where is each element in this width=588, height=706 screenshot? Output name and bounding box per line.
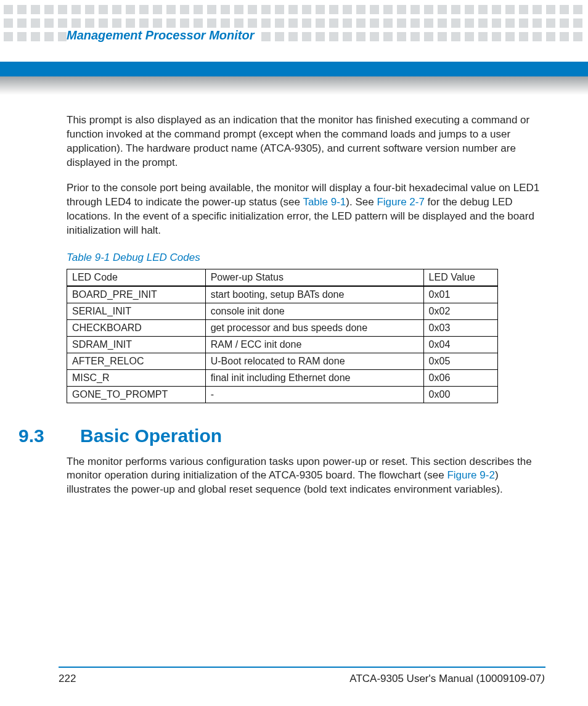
th-led-code: LED Code [67, 269, 206, 286]
table-cell: get processor and bus speeds done [205, 319, 423, 336]
paragraph-2: Prior to the console port being availabl… [67, 181, 544, 238]
footer-rule [59, 667, 545, 668]
table-row: CHECKBOARDget processor and bus speeds d… [67, 319, 498, 336]
xref-table-9-1[interactable]: Table 9-1 [303, 196, 346, 208]
paragraph-2-text-b: ). See [346, 196, 377, 208]
table-cell: SERIAL_INIT [67, 303, 206, 319]
xref-figure-9-2[interactable]: Figure 9-2 [447, 469, 494, 481]
table-cell: SDRAM_INIT [67, 336, 206, 353]
table-cell: - [205, 386, 423, 403]
section-paragraph-1: The monitor performs various configurati… [67, 455, 544, 498]
running-head: Management Processor Monitor [67, 28, 259, 43]
table-cell: RAM / ECC init done [205, 336, 423, 353]
table-cell: 0x04 [423, 336, 497, 353]
debug-led-table: LED Code Power-up Status LED Value BOARD… [67, 269, 498, 403]
table-cell: AFTER_RELOC [67, 353, 206, 369]
footer-manual-id: ATCA-9305 User's Manual (10009109-07) [349, 673, 545, 685]
table-caption: Table 9-1 Debug LED Codes [67, 252, 544, 264]
table-cell: GONE_TO_PROMPT [67, 386, 206, 403]
xref-figure-2-7[interactable]: Figure 2-7 [377, 196, 424, 208]
paragraph-1: This prompt is also displayed as an indi… [67, 113, 544, 170]
table-cell: BOARD_PRE_INIT [67, 286, 206, 303]
header-grey-gradient [0, 76, 588, 95]
table-cell: 0x06 [423, 369, 497, 386]
table-row: SDRAM_INITRAM / ECC init done0x04 [67, 336, 498, 353]
table-cell: 0x01 [423, 286, 497, 303]
th-led-value: LED Value [423, 269, 497, 286]
table-cell: console init done [205, 303, 423, 319]
table-cell: 0x00 [423, 386, 497, 403]
table-header-row: LED Code Power-up Status LED Value [67, 269, 498, 286]
section-title: Basic Operation [80, 425, 222, 446]
table-cell: U-Boot relocated to RAM done [205, 353, 423, 369]
table-row: AFTER_RELOCU-Boot relocated to RAM done0… [67, 353, 498, 369]
table-cell: MISC_R [67, 369, 206, 386]
table-cell: 0x02 [423, 303, 497, 319]
header-blue-bar [0, 62, 588, 76]
table-row: GONE_TO_PROMPT-0x00 [67, 386, 498, 403]
table-cell: 0x03 [423, 319, 497, 336]
footer-manual-paren: ) [541, 673, 545, 684]
table-cell: 0x05 [423, 353, 497, 369]
page-number: 222 [59, 673, 76, 685]
table-row: MISC_Rfinal init including Ethernet done… [67, 369, 498, 386]
table-cell: final init including Ethernet done [205, 369, 423, 386]
table-row: SERIAL_INITconsole init done0x02 [67, 303, 498, 319]
th-powerup-status: Power-up Status [205, 269, 423, 286]
table-row: BOARD_PRE_INITstart booting, setup BATs … [67, 286, 498, 303]
footer-manual-text: ATCA-9305 User's Manual (10009109-07 [349, 673, 541, 684]
table-cell: CHECKBOARD [67, 319, 206, 336]
section-number: 9.3 [18, 425, 57, 446]
table-cell: start booting, setup BATs done [205, 286, 423, 303]
